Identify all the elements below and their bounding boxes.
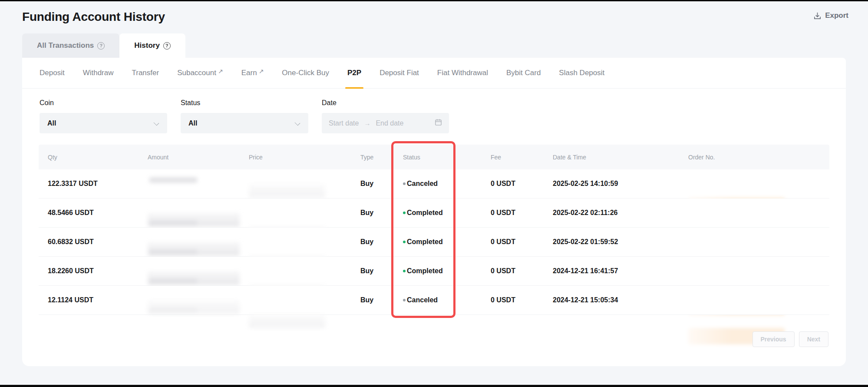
- subtab-one-click-buy[interactable]: One-Click Buy: [282, 58, 329, 89]
- subtab-bybit-card[interactable]: Bybit Card: [506, 58, 541, 89]
- table-row: 48.5466 USDT Buy Completed 0 USDT 2025-0…: [39, 198, 829, 228]
- subtab-label: Subaccount: [177, 69, 216, 77]
- date-filter-label: Date: [322, 99, 449, 107]
- datetime-value: 2025-02-22 01:59:52: [553, 238, 618, 246]
- col-header-status: Status: [403, 154, 420, 161]
- subtab-label: Earn: [241, 69, 257, 77]
- status-label: Canceled: [407, 296, 438, 304]
- datetime-value: 2025-02-25 14:10:59: [553, 180, 618, 188]
- col-header-amount: Amount: [148, 154, 168, 161]
- col-header-price: Price: [249, 154, 263, 161]
- subtab-label: P2P: [347, 69, 361, 77]
- tab-history-label: History: [134, 41, 160, 50]
- subtab-deposit-fiat[interactable]: Deposit Fiat: [380, 58, 419, 89]
- col-header-order-no: Order No.: [688, 154, 715, 161]
- external-link-icon: [259, 68, 264, 75]
- type-value: Buy: [360, 180, 373, 188]
- content-card: Deposit Withdraw Transfer Subaccount Ear…: [22, 58, 846, 366]
- subtab-label: Fiat Withdrawal: [437, 69, 488, 77]
- status-dot-icon: [403, 212, 406, 214]
- calendar-icon: [435, 119, 442, 128]
- page-header: Funding Account History Export: [22, 6, 848, 27]
- subtab-label: One-Click Buy: [282, 69, 329, 77]
- status-dot-icon: [403, 299, 406, 301]
- window-frame-bottom: [0, 385, 868, 387]
- fee-value: 0 USDT: [491, 180, 515, 188]
- tab-history[interactable]: History: [119, 33, 185, 58]
- col-header-type: Type: [360, 154, 373, 161]
- date-filter: Date Start date End date: [322, 99, 449, 133]
- qty-value: 48.5466 USDT: [48, 209, 94, 217]
- table-header-row: Qty Amount Price Type Status Fee Date & …: [39, 145, 829, 169]
- chevron-down-icon: [154, 120, 159, 126]
- qty-value: 122.3317 USDT: [48, 180, 98, 188]
- coin-filter-label: Coin: [40, 99, 167, 107]
- coin-select[interactable]: All: [40, 113, 167, 133]
- price-redacted: [249, 314, 868, 328]
- subtab-label: Slash Deposit: [559, 69, 604, 77]
- table-row: 122.3317 USDT Buy Canceled 0 USDT 2025-0…: [39, 169, 829, 198]
- help-icon[interactable]: [97, 42, 105, 50]
- subtab-deposit[interactable]: Deposit: [40, 58, 65, 89]
- status-value: Canceled: [403, 296, 438, 304]
- status-dot-icon: [403, 270, 406, 272]
- col-header-datetime: Date & Time: [553, 154, 586, 161]
- export-button[interactable]: Export: [813, 11, 848, 20]
- subtab-slash-deposit[interactable]: Slash Deposit: [559, 58, 604, 89]
- funding-account-history-page: Funding Account History Export All Trans…: [0, 0, 868, 387]
- filters-row: Coin All Status All Date Start date En: [40, 99, 449, 133]
- subtab-fiat-withdrawal[interactable]: Fiat Withdrawal: [437, 58, 488, 89]
- date-range-picker[interactable]: Start date End date: [322, 113, 449, 133]
- status-label: Completed: [407, 238, 443, 246]
- fee-value: 0 USDT: [491, 267, 515, 275]
- qty-value: 60.6832 USDT: [48, 238, 94, 246]
- qty-value: 18.2260 USDT: [48, 267, 94, 275]
- subtab-p2p[interactable]: P2P: [347, 58, 361, 89]
- window-frame-top: [0, 0, 868, 1]
- type-value: Buy: [360, 238, 373, 246]
- type-value: Buy: [360, 267, 373, 275]
- table-row: 12.1124 USDT Buy Canceled 0 USDT 2024-12…: [39, 286, 829, 315]
- next-button[interactable]: Next: [799, 331, 828, 347]
- page-title: Funding Account History: [22, 10, 165, 24]
- pagination: Previous Next: [752, 331, 829, 347]
- history-subnav: Deposit Withdraw Transfer Subaccount Ear…: [22, 58, 846, 89]
- datetime-value: 2024-12-21 16:41:57: [553, 267, 618, 275]
- subtab-label: Deposit Fiat: [380, 69, 419, 77]
- range-arrow-icon: [364, 119, 370, 127]
- status-dot-icon: [403, 182, 406, 185]
- help-icon[interactable]: [163, 42, 171, 50]
- subtab-label: Deposit: [40, 69, 65, 77]
- status-select-value: All: [188, 119, 197, 127]
- previous-button[interactable]: Previous: [752, 331, 795, 347]
- status-filter: Status All: [181, 99, 308, 133]
- status-label: Completed: [407, 267, 443, 275]
- status-label: Completed: [407, 209, 443, 217]
- status-value: Canceled: [403, 180, 438, 188]
- external-link-icon: [218, 68, 223, 75]
- col-header-qty: Qty: [48, 154, 57, 161]
- subtab-label: Transfer: [132, 69, 159, 77]
- tab-all-transactions[interactable]: All Transactions: [22, 33, 119, 58]
- status-label: Canceled: [407, 180, 438, 188]
- end-date-placeholder: End date: [376, 119, 403, 127]
- subtab-earn[interactable]: Earn: [241, 58, 264, 89]
- export-download-icon: [813, 12, 822, 20]
- coin-filter: Coin All: [40, 99, 167, 133]
- subtab-withdraw[interactable]: Withdraw: [83, 58, 114, 89]
- type-value: Buy: [360, 209, 373, 217]
- transactions-table: Qty Amount Price Type Status Fee Date & …: [39, 145, 829, 315]
- status-value: Completed: [403, 238, 443, 246]
- table-row: 18.2260 USDT Buy Completed 0 USDT 2024-1…: [39, 257, 829, 286]
- status-value: Completed: [403, 267, 443, 275]
- subtab-transfer[interactable]: Transfer: [132, 58, 159, 89]
- subtab-subaccount[interactable]: Subaccount: [177, 58, 223, 89]
- col-header-fee: Fee: [491, 154, 501, 161]
- status-select[interactable]: All: [181, 113, 308, 133]
- status-dot-icon: [403, 241, 406, 243]
- subtab-label: Bybit Card: [506, 69, 541, 77]
- main-tabbar: All Transactions History: [22, 33, 185, 58]
- fee-value: 0 USDT: [491, 296, 515, 304]
- table-row: 60.6832 USDT Buy Completed 0 USDT 2025-0…: [39, 228, 829, 257]
- subtab-label: Withdraw: [83, 69, 114, 77]
